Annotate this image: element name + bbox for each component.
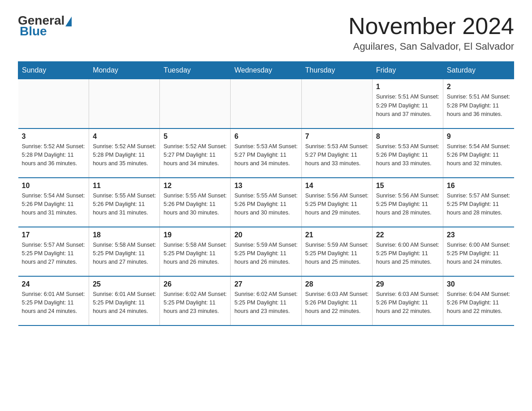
day-number: 5	[163, 133, 227, 141]
day-number: 28	[305, 280, 369, 288]
day-number: 7	[305, 133, 369, 141]
day-info: Sunrise: 5:56 AM Sunset: 5:25 PM Dayligh…	[376, 192, 439, 218]
day-cell: 30Sunrise: 6:04 AM Sunset: 5:26 PM Dayli…	[443, 276, 514, 325]
day-cell: 10Sunrise: 5:54 AM Sunset: 5:26 PM Dayli…	[18, 178, 89, 227]
day-info: Sunrise: 5:59 AM Sunset: 5:25 PM Dayligh…	[305, 241, 369, 267]
day-cell: 2Sunrise: 5:51 AM Sunset: 5:28 PM Daylig…	[443, 79, 514, 128]
week-row-4: 17Sunrise: 5:57 AM Sunset: 5:25 PM Dayli…	[18, 227, 514, 276]
week-row-1: 1Sunrise: 5:51 AM Sunset: 5:29 PM Daylig…	[18, 79, 514, 128]
day-cell: 11Sunrise: 5:55 AM Sunset: 5:26 PM Dayli…	[89, 178, 160, 227]
day-info: Sunrise: 5:55 AM Sunset: 5:26 PM Dayligh…	[93, 192, 156, 218]
calendar-table: SundayMondayTuesdayWednesdayThursdayFrid…	[18, 61, 514, 326]
week-row-2: 3Sunrise: 5:52 AM Sunset: 5:28 PM Daylig…	[18, 128, 514, 178]
day-info: Sunrise: 5:57 AM Sunset: 5:25 PM Dayligh…	[22, 241, 86, 267]
day-info: Sunrise: 6:02 AM Sunset: 5:25 PM Dayligh…	[163, 290, 227, 316]
day-info: Sunrise: 6:03 AM Sunset: 5:26 PM Dayligh…	[305, 290, 369, 316]
day-number: 1	[376, 83, 439, 91]
day-cell	[301, 79, 372, 128]
day-number: 13	[234, 182, 297, 190]
day-number: 16	[447, 182, 511, 190]
day-number: 17	[22, 231, 86, 239]
day-number: 22	[376, 231, 439, 239]
day-info: Sunrise: 6:02 AM Sunset: 5:25 PM Dayligh…	[234, 290, 297, 316]
day-info: Sunrise: 5:59 AM Sunset: 5:25 PM Dayligh…	[234, 241, 297, 267]
month-title: November 2024	[348, 13, 514, 39]
day-cell	[160, 79, 231, 128]
weekday-header-row: SundayMondayTuesdayWednesdayThursdayFrid…	[18, 62, 514, 79]
day-cell: 5Sunrise: 5:52 AM Sunset: 5:27 PM Daylig…	[160, 128, 231, 178]
day-info: Sunrise: 6:00 AM Sunset: 5:25 PM Dayligh…	[447, 241, 511, 267]
day-number: 20	[234, 231, 297, 239]
day-cell: 12Sunrise: 5:55 AM Sunset: 5:26 PM Dayli…	[160, 178, 231, 227]
day-cell: 6Sunrise: 5:53 AM Sunset: 5:27 PM Daylig…	[231, 128, 301, 178]
day-info: Sunrise: 6:01 AM Sunset: 5:25 PM Dayligh…	[93, 290, 156, 316]
logo-blue-text: Blue	[20, 24, 47, 39]
day-number: 10	[22, 182, 86, 190]
day-cell: 28Sunrise: 6:03 AM Sunset: 5:26 PM Dayli…	[301, 276, 372, 325]
week-row-3: 10Sunrise: 5:54 AM Sunset: 5:26 PM Dayli…	[18, 178, 514, 227]
day-info: Sunrise: 5:51 AM Sunset: 5:29 PM Dayligh…	[376, 93, 439, 119]
day-info: Sunrise: 5:55 AM Sunset: 5:26 PM Dayligh…	[234, 192, 297, 218]
day-cell: 20Sunrise: 5:59 AM Sunset: 5:25 PM Dayli…	[231, 227, 301, 276]
day-info: Sunrise: 6:01 AM Sunset: 5:25 PM Dayligh…	[22, 290, 86, 316]
weekday-header-wednesday: Wednesday	[231, 62, 301, 79]
day-number: 9	[447, 133, 511, 141]
day-cell: 25Sunrise: 6:01 AM Sunset: 5:25 PM Dayli…	[89, 276, 160, 325]
logo-triangle-icon	[65, 17, 72, 26]
day-cell	[89, 79, 160, 128]
day-number: 24	[22, 280, 86, 288]
day-cell: 27Sunrise: 6:02 AM Sunset: 5:25 PM Dayli…	[231, 276, 301, 325]
day-cell: 19Sunrise: 5:58 AM Sunset: 5:25 PM Dayli…	[160, 227, 231, 276]
day-info: Sunrise: 5:51 AM Sunset: 5:28 PM Dayligh…	[447, 93, 511, 119]
day-cell: 16Sunrise: 5:57 AM Sunset: 5:25 PM Dayli…	[443, 178, 514, 227]
weekday-header-sunday: Sunday	[18, 62, 89, 79]
day-info: Sunrise: 5:52 AM Sunset: 5:27 PM Dayligh…	[163, 142, 227, 168]
day-info: Sunrise: 5:55 AM Sunset: 5:26 PM Dayligh…	[163, 192, 227, 218]
header: General Blue November 2024 Aguilares, Sa…	[18, 13, 514, 52]
logo: General Blue	[18, 13, 72, 39]
day-number: 14	[305, 182, 369, 190]
day-number: 18	[93, 231, 156, 239]
day-info: Sunrise: 5:53 AM Sunset: 5:26 PM Dayligh…	[376, 142, 439, 168]
day-cell	[231, 79, 301, 128]
day-info: Sunrise: 5:56 AM Sunset: 5:25 PM Dayligh…	[305, 192, 369, 218]
day-info: Sunrise: 5:53 AM Sunset: 5:27 PM Dayligh…	[234, 142, 297, 168]
day-info: Sunrise: 5:53 AM Sunset: 5:27 PM Dayligh…	[305, 142, 369, 168]
day-number: 3	[22, 133, 86, 141]
day-cell: 13Sunrise: 5:55 AM Sunset: 5:26 PM Dayli…	[231, 178, 301, 227]
day-cell: 1Sunrise: 5:51 AM Sunset: 5:29 PM Daylig…	[372, 79, 443, 128]
day-number: 25	[93, 280, 156, 288]
title-area: November 2024 Aguilares, San Salvador, E…	[348, 13, 514, 52]
day-number: 30	[447, 280, 511, 288]
day-number: 8	[376, 133, 439, 141]
day-cell: 24Sunrise: 6:01 AM Sunset: 5:25 PM Dayli…	[18, 276, 89, 325]
day-number: 27	[234, 280, 297, 288]
day-cell: 7Sunrise: 5:53 AM Sunset: 5:27 PM Daylig…	[301, 128, 372, 178]
day-info: Sunrise: 5:57 AM Sunset: 5:25 PM Dayligh…	[447, 192, 511, 218]
day-info: Sunrise: 5:54 AM Sunset: 5:26 PM Dayligh…	[22, 192, 86, 218]
weekday-header-monday: Monday	[89, 62, 160, 79]
day-number: 21	[305, 231, 369, 239]
day-number: 11	[93, 182, 156, 190]
day-number: 15	[376, 182, 439, 190]
day-info: Sunrise: 5:58 AM Sunset: 5:25 PM Dayligh…	[93, 241, 156, 267]
day-number: 29	[376, 280, 439, 288]
day-cell: 14Sunrise: 5:56 AM Sunset: 5:25 PM Dayli…	[301, 178, 372, 227]
week-row-5: 24Sunrise: 6:01 AM Sunset: 5:25 PM Dayli…	[18, 276, 514, 325]
day-cell: 29Sunrise: 6:03 AM Sunset: 5:26 PM Dayli…	[372, 276, 443, 325]
day-cell: 8Sunrise: 5:53 AM Sunset: 5:26 PM Daylig…	[372, 128, 443, 178]
weekday-header-thursday: Thursday	[301, 62, 372, 79]
day-cell: 17Sunrise: 5:57 AM Sunset: 5:25 PM Dayli…	[18, 227, 89, 276]
day-cell	[18, 79, 89, 128]
day-cell: 15Sunrise: 5:56 AM Sunset: 5:25 PM Dayli…	[372, 178, 443, 227]
day-number: 26	[163, 280, 227, 288]
day-number: 19	[163, 231, 227, 239]
day-info: Sunrise: 5:52 AM Sunset: 5:28 PM Dayligh…	[22, 142, 86, 168]
day-info: Sunrise: 6:03 AM Sunset: 5:26 PM Dayligh…	[376, 290, 439, 316]
day-cell: 4Sunrise: 5:52 AM Sunset: 5:28 PM Daylig…	[89, 128, 160, 178]
day-cell: 22Sunrise: 6:00 AM Sunset: 5:25 PM Dayli…	[372, 227, 443, 276]
day-number: 6	[234, 133, 297, 141]
location-title: Aguilares, San Salvador, El Salvador	[348, 41, 514, 52]
weekday-header-friday: Friday	[372, 62, 443, 79]
day-number: 2	[447, 83, 511, 91]
